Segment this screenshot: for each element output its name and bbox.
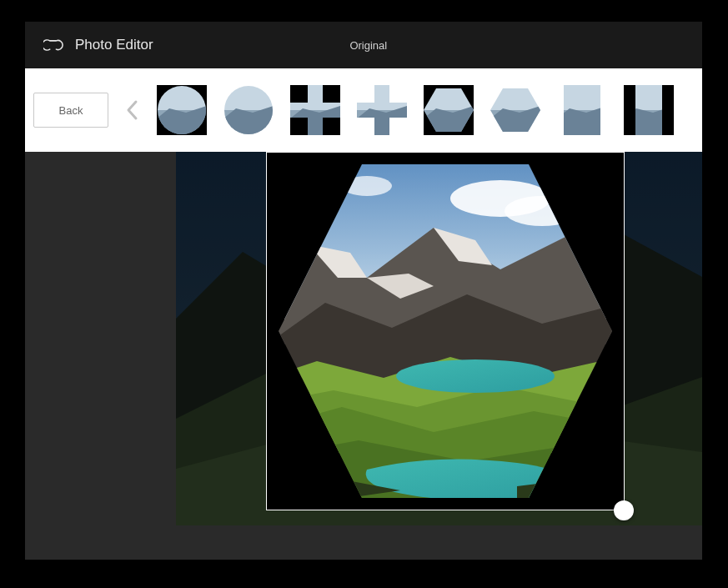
- frames-toolbar: Back: [25, 68, 702, 152]
- frame-thumb-bars[interactable]: [624, 85, 674, 135]
- frame-thumb-plus[interactable]: [290, 85, 340, 135]
- svg-point-58: [396, 359, 555, 393]
- frame-thumb-square[interactable]: [557, 85, 607, 135]
- tab-original[interactable]: Original: [349, 39, 387, 52]
- frame-thumb-hexagon-soft[interactable]: [490, 85, 540, 135]
- creative-cloud-logo-icon: [43, 35, 63, 55]
- back-button[interactable]: Back: [33, 93, 108, 128]
- svg-rect-30: [557, 85, 607, 110]
- frame-thumb-plus-soft[interactable]: [357, 85, 407, 135]
- frame-thumb-circle-soft[interactable]: [223, 85, 274, 135]
- frame-thumb-circle[interactable]: [157, 85, 207, 135]
- app-header: Photo Editor Original: [25, 22, 702, 68]
- resize-handle[interactable]: [614, 500, 634, 520]
- crop-frame[interactable]: [266, 152, 625, 510]
- chevron-left-icon[interactable]: [120, 98, 145, 123]
- frame-thumb-hexagon[interactable]: [424, 85, 474, 135]
- app-title: Photo Editor: [75, 37, 153, 53]
- canvas-area: [25, 152, 702, 560]
